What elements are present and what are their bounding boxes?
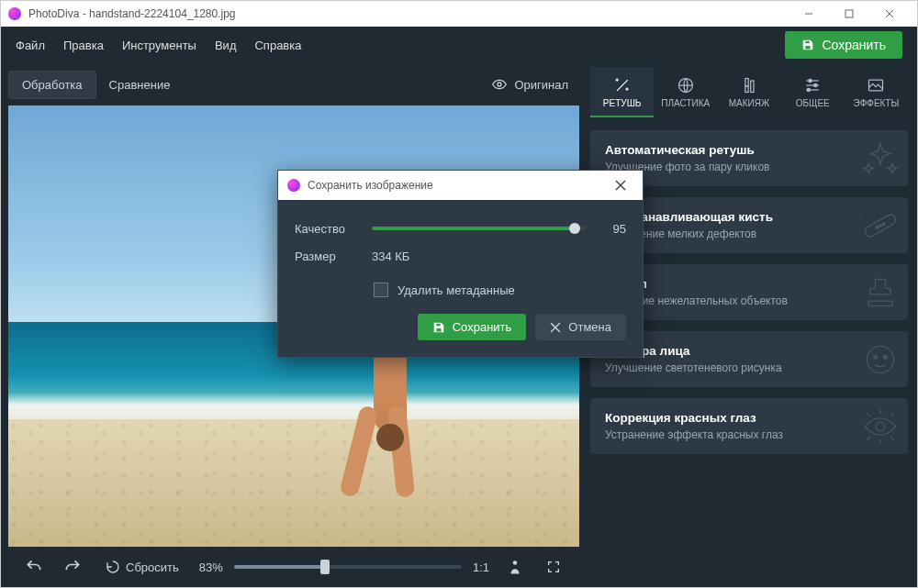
dialog-save-label: Сохранить xyxy=(453,320,512,334)
card-desc: Удаление нежелательных объектов xyxy=(605,294,893,307)
svg-point-22 xyxy=(874,355,878,359)
tooltab-retouch[interactable]: РЕТУШЬ xyxy=(590,67,654,117)
size-label: Размер xyxy=(295,250,359,263)
maximize-button[interactable] xyxy=(829,1,869,27)
reset-button[interactable]: Сбросить xyxy=(98,556,186,578)
photo-sand xyxy=(8,419,579,548)
card-desc: Устранение мелких дефектов xyxy=(605,227,893,240)
tooltab-makeup[interactable]: МАКИЯЖ xyxy=(717,67,780,117)
card-title: Коррекция красных глаз xyxy=(605,411,893,425)
menu-help[interactable]: Справка xyxy=(254,39,301,52)
close-button[interactable] xyxy=(869,1,910,27)
minimize-button[interactable] xyxy=(789,1,829,27)
dialog-body: Качество 95 Размер 334 КБ Удалить метада… xyxy=(278,200,643,357)
dialog-title: Сохранить изображение xyxy=(308,179,433,192)
tooltab-label: ПЛАСТИКА xyxy=(661,98,710,108)
quality-slider[interactable] xyxy=(372,227,586,230)
tooltab-label: РЕТУШЬ xyxy=(603,98,642,108)
svg-point-23 xyxy=(884,355,888,359)
save-button-label: Сохранить xyxy=(822,38,886,52)
dialog-actions: Сохранить Отмена xyxy=(295,314,626,340)
delete-metadata-row[interactable]: Удалить метаданные xyxy=(374,283,626,297)
app-window: PhotoDiva - handstand-2224104_1280.jpg Ф… xyxy=(0,0,918,588)
dialog-cancel-label: Отмена xyxy=(568,320,611,334)
undo-button[interactable] xyxy=(21,554,47,580)
menu-edit[interactable]: Правка xyxy=(63,39,104,52)
tooltab-general[interactable]: ОБЩЕЕ xyxy=(781,67,845,117)
svg-point-5 xyxy=(513,560,518,565)
makeup-icon xyxy=(740,76,758,94)
zoom-slider[interactable] xyxy=(234,565,462,569)
sparkles-icon xyxy=(860,139,901,179)
delete-metadata-checkbox[interactable] xyxy=(374,283,388,297)
svg-point-13 xyxy=(809,79,812,82)
zoom-controls: 83% 1:1 xyxy=(199,560,489,574)
sliders-icon xyxy=(803,76,822,94)
sparkle-wand-icon xyxy=(613,76,632,94)
size-value: 334 КБ xyxy=(372,250,409,263)
original-toggle[interactable]: Оригинал xyxy=(481,72,579,97)
tab-compare[interactable]: Сравнение xyxy=(96,72,184,98)
card-desc: Устранение эффекта красных глаз xyxy=(605,428,893,441)
svg-point-19 xyxy=(882,222,885,225)
bottom-bar: Сбросить 83% 1:1 xyxy=(8,547,579,587)
tooltab-effects[interactable]: ЭФФЕКТЫ xyxy=(845,67,908,117)
dialog-save-button[interactable]: Сохранить xyxy=(418,314,527,340)
x-icon xyxy=(550,322,561,333)
svg-rect-9 xyxy=(751,81,754,93)
tab-processing[interactable]: Обработка xyxy=(8,71,96,99)
menu-tools[interactable]: Инструменты xyxy=(122,39,196,52)
card-title: Автоматическая ретушь xyxy=(605,143,893,157)
canvas-tabs: Обработка Сравнение Оригинал xyxy=(8,69,579,100)
reset-label: Сбросить xyxy=(126,560,179,574)
card-title: Фактура лица xyxy=(605,344,893,358)
image-icon xyxy=(867,76,885,94)
dialog-close-button[interactable] xyxy=(608,172,633,198)
original-label: Оригинал xyxy=(514,78,568,92)
menubar: Файл Правка Инструменты Вид Справка Сохр… xyxy=(1,27,917,63)
tooltab-plastic[interactable]: ПЛАСТИКА xyxy=(654,67,717,117)
dialog-cancel-button[interactable]: Отмена xyxy=(535,314,626,340)
svg-point-14 xyxy=(814,83,817,86)
svg-point-20 xyxy=(879,224,882,227)
titlebar: PhotoDiva - handstand-2224104_1280.jpg xyxy=(1,1,917,27)
delete-metadata-label: Удалить метаданные xyxy=(397,283,515,297)
bandage-icon xyxy=(860,205,901,246)
tooltab-label: МАКИЯЖ xyxy=(729,98,769,108)
svg-rect-8 xyxy=(745,86,748,93)
stamp-icon xyxy=(860,272,901,313)
svg-rect-1 xyxy=(845,10,853,17)
svg-point-18 xyxy=(876,226,879,228)
card-title: Восстанавливающая кисть xyxy=(605,210,893,224)
tooltab-label: ОБЩЕЕ xyxy=(796,98,830,108)
card-title: Штамп xyxy=(605,277,893,291)
menu-file[interactable]: Файл xyxy=(16,39,45,52)
svg-point-4 xyxy=(498,83,501,86)
card-desc: Улучшение фото за пару кликов xyxy=(605,161,893,173)
dialog-header[interactable]: Сохранить изображение xyxy=(278,171,643,200)
save-button[interactable]: Сохранить xyxy=(785,31,902,59)
zoom-value: 83% xyxy=(199,560,223,574)
disk-icon xyxy=(432,321,445,334)
card-desc: Улучшение светотеневого рисунка xyxy=(605,361,893,374)
menu-view[interactable]: Вид xyxy=(215,39,237,52)
disk-icon xyxy=(801,39,814,51)
svg-point-24 xyxy=(876,422,884,430)
svg-point-21 xyxy=(867,346,893,372)
card-red-eye[interactable]: Коррекция красных глаз Устранение эффект… xyxy=(590,398,908,454)
window-controls xyxy=(789,1,910,27)
globe-icon xyxy=(677,76,695,94)
save-image-dialog: Сохранить изображение Качество 95 Размер… xyxy=(277,170,644,358)
quality-row: Качество 95 xyxy=(295,215,626,242)
face-icon xyxy=(860,339,901,380)
tooltab-label: ЭФФЕКТЫ xyxy=(853,98,899,108)
fullscreen-button[interactable] xyxy=(541,554,566,580)
svg-rect-7 xyxy=(745,79,748,86)
zoom-ratio: 1:1 xyxy=(473,560,489,574)
eye-rays-icon xyxy=(860,406,901,447)
quality-label: Качество xyxy=(295,222,359,236)
fit-person-button[interactable] xyxy=(502,554,528,580)
app-title: PhotoDiva - handstand-2224104_1280.jpg xyxy=(28,7,236,20)
redo-button[interactable] xyxy=(60,554,85,580)
refresh-icon xyxy=(106,560,120,574)
